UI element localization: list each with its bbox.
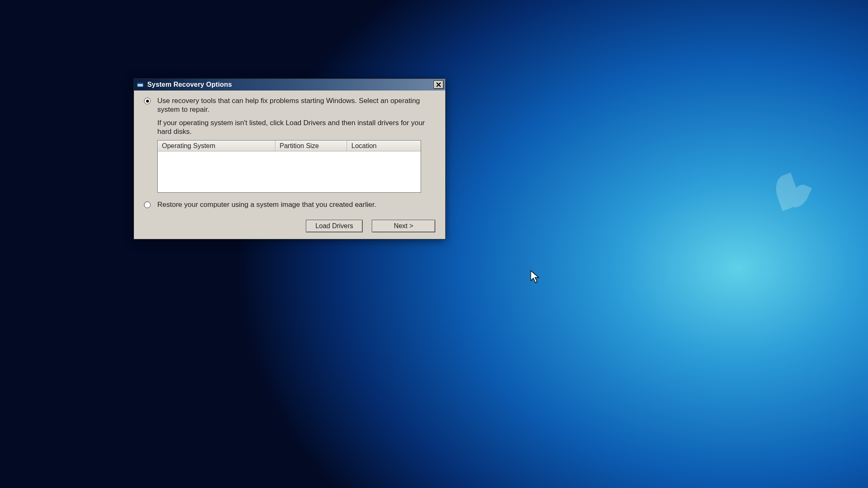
column-partition-size[interactable]: Partition Size — [275, 141, 347, 151]
option1-main-text: Use recovery tools that can help fix pro… — [157, 96, 438, 114]
close-button[interactable] — [434, 80, 444, 89]
desktop-background: System Recovery Options Use recovery too… — [0, 0, 868, 488]
radio-restore-system-image[interactable] — [144, 201, 151, 208]
wallpaper-leaf-decoration — [772, 175, 810, 213]
window-system-icon — [136, 81, 144, 88]
close-icon — [436, 82, 441, 87]
load-drivers-button[interactable]: Load Drivers — [306, 220, 363, 232]
load-drivers-label: Load Drivers — [315, 222, 353, 230]
option2-text-block: Restore your computer using a system ima… — [157, 200, 438, 213]
listview-body-empty[interactable] — [158, 151, 421, 192]
next-label: Next > — [394, 222, 414, 230]
os-listview[interactable]: Operating System Partition Size Location — [157, 140, 421, 193]
option-use-recovery-tools[interactable]: Use recovery tools that can help fix pro… — [141, 96, 438, 140]
column-location[interactable]: Location — [347, 141, 421, 151]
option2-text: Restore your computer using a system ima… — [157, 200, 438, 209]
dialog-client-area: Use recovery tools that can help fix pro… — [134, 91, 445, 239]
next-button[interactable]: Next > — [372, 220, 435, 232]
listview-header: Operating System Partition Size Location — [158, 141, 421, 151]
mouse-cursor-icon — [530, 270, 541, 284]
svg-rect-1 — [137, 83, 143, 84]
option1-hint-text: If your operating system isn't listed, c… — [157, 118, 438, 136]
titlebar[interactable]: System Recovery Options — [134, 79, 445, 91]
column-partition-label: Partition Size — [280, 142, 319, 150]
dialog-title: System Recovery Options — [147, 81, 434, 88]
column-os-label: Operating System — [162, 142, 215, 150]
column-operating-system[interactable]: Operating System — [158, 141, 275, 151]
column-location-label: Location — [351, 142, 377, 150]
system-recovery-dialog: System Recovery Options Use recovery too… — [134, 78, 446, 239]
option-restore-system-image[interactable]: Restore your computer using a system ima… — [141, 200, 438, 213]
button-row: Load Drivers Next > — [141, 220, 435, 232]
option1-text-block: Use recovery tools that can help fix pro… — [157, 96, 438, 140]
radio-use-recovery-tools[interactable] — [144, 98, 151, 104]
